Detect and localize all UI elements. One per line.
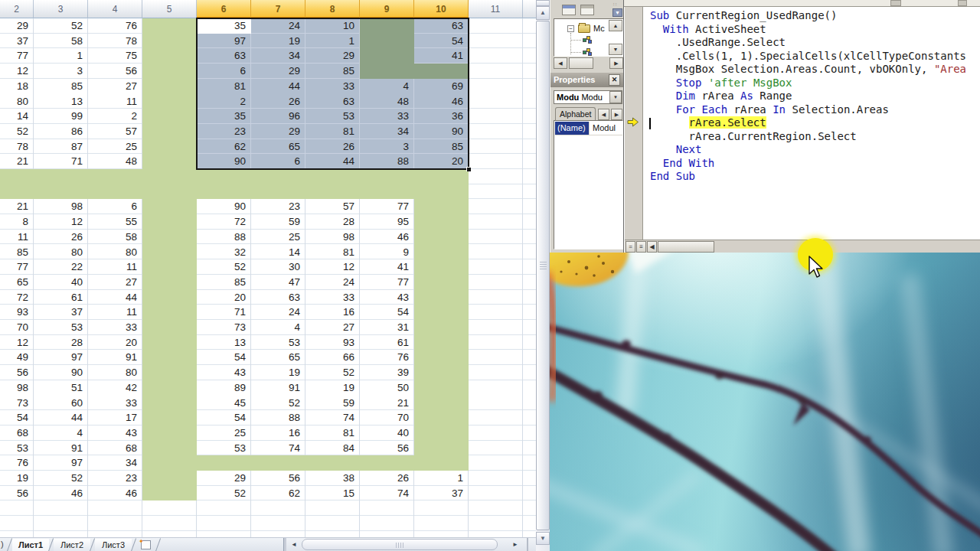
cell[interactable]: 56 [0,365,34,380]
cell[interactable]: 25 [197,425,251,441]
cell[interactable]: 23 [88,471,142,486]
cell[interactable]: 78 [88,34,142,49]
cell[interactable]: 40 [34,275,88,290]
cell[interactable]: 52 [197,486,251,501]
cell[interactable]: 4 [34,425,88,441]
cell[interactable]: 26 [34,230,88,245]
cell[interactable]: 13 [34,94,88,109]
cell[interactable]: 99 [34,109,88,124]
cell[interactable]: 76 [88,18,142,34]
cell[interactable]: 33 [305,290,360,305]
cell[interactable]: 8 [0,214,34,230]
cell[interactable]: 31 [360,320,414,335]
cell[interactable]: 61 [360,335,414,350]
tree-scroll-up-icon[interactable]: ▲ [609,20,622,31]
cell[interactable]: 1 [34,48,88,64]
cell[interactable]: 22 [34,259,88,275]
property-name-cell[interactable]: (Name) [555,122,590,135]
cell[interactable]: 76 [0,455,34,471]
property-value-cell[interactable]: Modul [590,122,622,135]
cell[interactable]: 33 [88,396,142,411]
cell[interactable]: 29 [0,18,34,34]
toolbar-overflow-icon[interactable]: ▼ [612,8,622,17]
cell[interactable]: 52 [305,365,360,380]
tab-nav-fragment[interactable]: ) [1,540,4,549]
cell[interactable]: 46 [360,230,414,245]
cell[interactable]: 49 [0,350,34,365]
tree-scroll-left-icon[interactable]: ◀ [554,57,567,69]
cell[interactable]: 20 [197,290,251,305]
scroll-down-button[interactable]: ▼ [536,532,550,545]
cell[interactable]: 41 [360,259,414,275]
cell[interactable]: 66 [305,350,360,365]
properties-close-button[interactable]: ✕ [609,74,620,86]
cell[interactable]: 77 [360,275,414,290]
cell[interactable]: 85 [0,245,34,260]
cell[interactable]: 21 [360,396,414,411]
cell[interactable]: 62 [251,486,305,501]
cell[interactable]: 97 [34,350,88,365]
cell[interactable]: 81 [305,425,360,441]
cell[interactable]: 47 [251,275,305,290]
vertical-scroll-thumb[interactable] [536,21,550,530]
cell[interactable]: 29 [197,471,251,486]
cell[interactable]: 77 [360,199,414,214]
cell[interactable]: 19 [251,365,305,380]
cell-grid[interactable]: 2952763758787717512356188527801311149925… [0,18,537,537]
cell[interactable]: 37 [34,305,88,320]
cell[interactable]: 26 [360,471,414,486]
cell[interactable]: 33 [88,320,142,335]
tree-scroll-right-icon[interactable]: ▶ [609,57,623,69]
cell[interactable]: 38 [305,471,360,486]
cell[interactable]: 50 [360,380,414,396]
cell[interactable]: 65 [0,275,34,290]
cell[interactable]: 72 [0,290,34,305]
cell[interactable]: 11 [88,259,142,275]
cell[interactable]: 90 [197,199,251,214]
cell[interactable]: 27 [88,275,142,290]
cell[interactable]: 71 [197,305,251,320]
cell[interactable]: 93 [305,335,360,350]
cell[interactable]: 89 [197,380,251,396]
cell[interactable]: 57 [88,124,142,139]
cell[interactable]: 52 [251,396,305,411]
cell[interactable]: 25 [88,139,142,155]
cell[interactable]: 25 [251,230,305,245]
cell[interactable]: 88 [197,230,251,245]
cell[interactable]: 30 [251,259,305,275]
sheet-tab-3[interactable]: Лист3 [95,539,132,551]
cell[interactable]: 52 [34,18,88,34]
cell[interactable]: 28 [34,335,88,350]
cell[interactable]: 9 [360,245,414,260]
cell[interactable]: 44 [34,410,88,425]
tree-hscroll-thumb[interactable] [569,57,593,69]
cell[interactable]: 27 [88,79,142,94]
cell[interactable]: 68 [0,425,34,441]
cell[interactable]: 56 [360,441,414,456]
cell[interactable]: 1 [414,471,469,486]
cell[interactable]: 56 [88,64,142,79]
cell[interactable]: 16 [251,425,305,441]
tab-scroll-right-icon[interactable]: ▶ [611,109,622,120]
cell[interactable]: 98 [0,380,34,396]
cell[interactable]: 43 [360,290,414,305]
cell[interactable]: 53 [197,441,251,456]
cell[interactable]: 19 [0,471,34,486]
cell[interactable]: 90 [34,365,88,380]
cell[interactable]: 39 [360,365,414,380]
column-header-7[interactable]: 7 [251,0,305,18]
cell[interactable]: 53 [34,320,88,335]
cell[interactable]: 98 [305,230,360,245]
scrollbar-split-box[interactable] [536,0,550,6]
column-header-partial[interactable] [523,0,537,18]
code-editor[interactable]: Sub CurrentRegion_UsedRange() With Activ… [644,7,980,240]
cell[interactable]: 71 [34,154,88,169]
module-icon[interactable] [582,47,594,57]
cell[interactable]: 58 [88,230,142,245]
tab-alphabetic[interactable]: Alphabet [555,107,596,120]
cell[interactable]: 16 [305,305,360,320]
cell[interactable]: 70 [360,410,414,425]
cell[interactable]: 17 [88,410,142,425]
tree-scroll-down-icon[interactable]: ▼ [609,44,622,55]
column-header-5[interactable]: 5 [142,0,197,18]
